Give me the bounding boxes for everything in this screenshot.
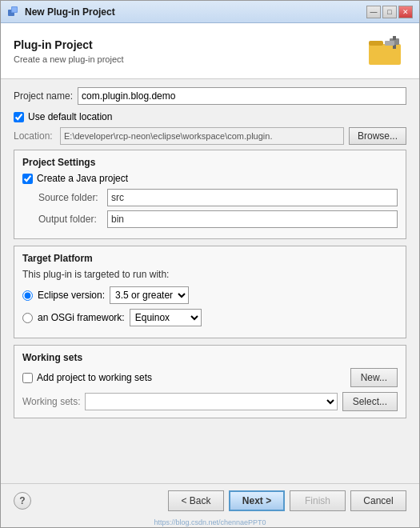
working-sets-title: Working sets: [22, 352, 398, 363]
location-input[interactable]: [60, 127, 344, 145]
header-text: Plug-in Project Create a new plug-in pro…: [14, 38, 124, 64]
project-name-row: Project name:: [14, 87, 406, 105]
plugin-icon: [7, 6, 20, 18]
use-default-location-label[interactable]: Use default location: [28, 111, 112, 122]
header-icon: [366, 33, 406, 69]
working-sets-section: Working sets Add project to working sets…: [14, 345, 406, 418]
osgi-framework-radio[interactable]: [22, 313, 33, 323]
minimize-button[interactable]: —: [366, 6, 381, 18]
close-button[interactable]: ✕: [398, 6, 413, 18]
svg-rect-8: [385, 41, 394, 46]
cancel-button[interactable]: Cancel: [350, 490, 406, 511]
use-default-location-row: Use default location: [14, 111, 406, 122]
add-to-working-sets-label[interactable]: Add project to working sets: [37, 372, 152, 383]
target-platform-section: Target Platform This plug-in is targeted…: [14, 246, 406, 338]
output-folder-row: Output folder:: [38, 210, 398, 228]
output-folder-label: Output folder:: [38, 214, 102, 225]
create-java-project-row: Create a Java project: [22, 173, 398, 184]
use-default-location-checkbox[interactable]: [14, 112, 24, 122]
form-area: Project name: Use default location Locat…: [1, 79, 419, 483]
svg-rect-4: [369, 41, 383, 46]
maximize-button[interactable]: □: [382, 6, 397, 18]
svg-rect-6: [393, 36, 396, 40]
finish-button[interactable]: Finish: [290, 490, 346, 511]
project-settings-title: Project Settings: [22, 157, 398, 168]
project-name-label: Project name:: [14, 90, 73, 102]
title-bar: New Plug-in Project — □ ✕: [1, 1, 419, 23]
create-java-project-label[interactable]: Create a Java project: [37, 173, 128, 184]
osgi-framework-select[interactable]: Equinox Felix Knopflerfish: [130, 309, 202, 326]
add-to-working-sets-checkbox[interactable]: [22, 373, 33, 383]
source-folder-row: Source folder:: [38, 189, 398, 206]
output-folder-input[interactable]: [107, 210, 398, 228]
dialog-content: Plug-in Project Create a new plug-in pro…: [1, 23, 419, 518]
target-platform-title: Target Platform: [22, 253, 398, 264]
eclipse-version-radio[interactable]: [22, 290, 33, 301]
window-controls: — □ ✕: [366, 6, 413, 18]
svg-rect-2: [12, 7, 17, 12]
osgi-framework-label[interactable]: an OSGi framework:: [38, 312, 125, 323]
back-button[interactable]: < Back: [168, 490, 224, 511]
select-working-sets-button[interactable]: Select...: [342, 392, 398, 411]
footer-left: ?: [14, 492, 31, 510]
dialog-title: Plug-in Project: [14, 38, 124, 51]
dialog-header: Plug-in Project Create a new plug-in pro…: [1, 23, 419, 79]
footer-right: < Back Next > Finish Cancel: [168, 490, 406, 511]
watermark: https://blog.csdn.net/chennaePPT0: [1, 518, 419, 527]
eclipse-version-label[interactable]: Eclipse version:: [38, 290, 105, 301]
working-sets-label: Working sets:: [22, 396, 80, 407]
next-button[interactable]: Next >: [229, 490, 285, 511]
project-name-input[interactable]: [78, 87, 406, 105]
source-folder-label: Source folder:: [38, 192, 102, 203]
eclipse-version-row: Eclipse version: 3.5 or greater 3.6 or g…: [22, 286, 398, 304]
main-window: New Plug-in Project — □ ✕ Plug-in Projec…: [0, 0, 420, 528]
browse-button[interactable]: Browse...: [349, 127, 406, 145]
create-java-project-checkbox[interactable]: [22, 174, 33, 184]
osgi-framework-row: an OSGi framework: Equinox Felix Knopfle…: [22, 309, 398, 326]
project-settings-section: Project Settings Create a Java project S…: [14, 150, 406, 239]
eclipse-version-select[interactable]: 3.5 or greater 3.6 or greater 3.7 or gre…: [110, 286, 189, 304]
title-bar-left: New Plug-in Project: [7, 6, 115, 18]
dialog-subtitle: Create a new plug-in project: [14, 54, 124, 64]
source-folder-input[interactable]: [107, 189, 398, 206]
working-sets-select[interactable]: [85, 393, 337, 410]
window-title: New Plug-in Project: [25, 6, 115, 18]
new-working-set-button[interactable]: New...: [350, 368, 398, 387]
location-label: Location:: [14, 130, 55, 142]
location-row: Location: Browse...: [14, 127, 406, 145]
add-to-working-sets-row: Add project to working sets: [22, 372, 152, 383]
working-sets-row: Working sets: Select...: [22, 392, 398, 411]
target-platform-description: This plug-in is targeted to run with:: [22, 269, 398, 280]
dialog-footer: ? < Back Next > Finish Cancel: [1, 483, 419, 518]
help-button[interactable]: ?: [14, 492, 31, 510]
